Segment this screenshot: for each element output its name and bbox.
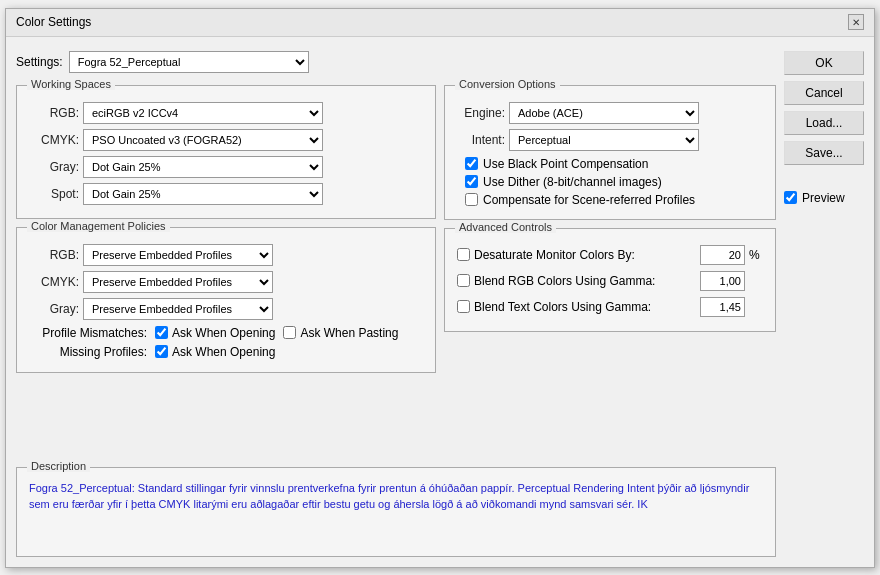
scene-row: Compensate for Scene-referred Profiles: [465, 193, 763, 207]
ask-opening-check: Ask When Opening: [155, 326, 275, 340]
desaturate-checkbox[interactable]: [457, 248, 470, 261]
conversion-title: Conversion Options: [455, 78, 560, 90]
color-mgmt-panel: Color Management Policies RGB: Preserve …: [16, 227, 436, 373]
cm-rgb-label: RGB:: [29, 248, 79, 262]
blend-rgb-checkbox[interactable]: [457, 274, 470, 287]
blend-rgb-input[interactable]: [700, 271, 745, 291]
dither-row: Use Dither (8-bit/channel images): [465, 175, 763, 189]
right-panels: Conversion Options Engine: Adobe (ACE) I…: [444, 85, 776, 459]
working-spaces-title: Working Spaces: [27, 78, 115, 90]
desaturate-label: Desaturate Monitor Colors By:: [474, 248, 696, 262]
ws-cmyk-row: CMYK: PSO Uncoated v3 (FOGRA52): [29, 129, 423, 151]
left-panels: Working Spaces RGB: eciRGB v2 ICCv4 CMYK…: [16, 85, 436, 459]
ws-gray-row: Gray: Dot Gain 25%: [29, 156, 423, 178]
conversion-panel: Conversion Options Engine: Adobe (ACE) I…: [444, 85, 776, 220]
cm-rgb-row: RGB: Preserve Embedded Profiles: [29, 244, 423, 266]
ws-spot-select[interactable]: Dot Gain 25%: [83, 183, 323, 205]
ws-gray-label: Gray:: [29, 160, 79, 174]
profile-mismatch-label: Profile Mismatches:: [29, 326, 147, 340]
desaturate-unit: %: [749, 248, 763, 262]
save-button[interactable]: Save...: [784, 141, 864, 165]
middle-section: Working Spaces RGB: eciRGB v2 ICCv4 CMYK…: [16, 85, 776, 459]
missing-profiles-row: Missing Profiles: Ask When Opening: [29, 345, 423, 359]
cm-cmyk-select[interactable]: Preserve Embedded Profiles: [83, 271, 273, 293]
desaturate-row: Desaturate Monitor Colors By: %: [457, 245, 763, 265]
description-panel: Description Fogra 52_Perceptual: Standar…: [16, 467, 776, 557]
blend-text-checkbox[interactable]: [457, 300, 470, 313]
ws-gray-select[interactable]: Dot Gain 25%: [83, 156, 323, 178]
color-settings-dialog: Color Settings ✕ Settings: Fogra 52_Perc…: [5, 8, 875, 568]
missing-profiles-label: Missing Profiles:: [29, 345, 147, 359]
missing-ask-opening-label: Ask When Opening: [172, 345, 275, 359]
preview-checkbox[interactable]: [784, 191, 797, 204]
dither-checkbox[interactable]: [465, 175, 478, 188]
mismatches-section: Profile Mismatches: Ask When Opening Ask…: [29, 326, 423, 359]
black-point-row: Use Black Point Compensation: [465, 157, 763, 171]
cm-cmyk-label: CMYK:: [29, 275, 79, 289]
preview-label: Preview: [802, 191, 845, 205]
scene-label: Compensate for Scene-referred Profiles: [483, 193, 695, 207]
blend-rgb-label: Blend RGB Colors Using Gamma:: [474, 274, 696, 288]
ask-opening-label: Ask When Opening: [172, 326, 275, 340]
ws-spot-row: Spot: Dot Gain 25%: [29, 183, 423, 205]
ask-pasting-label: Ask When Pasting: [300, 326, 398, 340]
blend-rgb-row: Blend RGB Colors Using Gamma:: [457, 271, 763, 291]
ask-pasting-checkbox[interactable]: [283, 326, 296, 339]
profile-mismatch-row: Profile Mismatches: Ask When Opening Ask…: [29, 326, 423, 340]
ws-rgb-select[interactable]: eciRGB v2 ICCv4: [83, 102, 323, 124]
button-panel: OK Cancel Load... Save... Preview: [784, 47, 864, 557]
working-spaces-panel: Working Spaces RGB: eciRGB v2 ICCv4 CMYK…: [16, 85, 436, 219]
intent-label: Intent:: [457, 133, 505, 147]
dialog-body: Settings: Fogra 52_Perceptual Working Sp…: [6, 37, 874, 567]
main-content: Settings: Fogra 52_Perceptual Working Sp…: [16, 47, 776, 557]
description-title: Description: [27, 460, 90, 472]
blend-text-label: Blend Text Colors Using Gamma:: [474, 300, 696, 314]
title-bar: Color Settings ✕: [6, 9, 874, 37]
settings-label: Settings:: [16, 55, 63, 69]
engine-label: Engine:: [457, 106, 505, 120]
intent-select[interactable]: Perceptual: [509, 129, 699, 151]
settings-row: Settings: Fogra 52_Perceptual: [16, 47, 776, 77]
ws-spot-label: Spot:: [29, 187, 79, 201]
blend-text-input[interactable]: [700, 297, 745, 317]
engine-row: Engine: Adobe (ACE): [457, 102, 763, 124]
engine-select[interactable]: Adobe (ACE): [509, 102, 699, 124]
ask-opening-checkbox[interactable]: [155, 326, 168, 339]
ws-rgb-label: RGB:: [29, 106, 79, 120]
close-button[interactable]: ✕: [848, 14, 864, 30]
cm-gray-select[interactable]: Preserve Embedded Profiles: [83, 298, 273, 320]
cancel-button[interactable]: Cancel: [784, 81, 864, 105]
ws-rgb-row: RGB: eciRGB v2 ICCv4: [29, 102, 423, 124]
missing-ask-opening-check: Ask When Opening: [155, 345, 275, 359]
black-point-label: Use Black Point Compensation: [483, 157, 648, 171]
intent-row: Intent: Perceptual: [457, 129, 763, 151]
color-mgmt-title: Color Management Policies: [27, 220, 170, 232]
preview-row: Preview: [784, 191, 864, 205]
ws-cmyk-label: CMYK:: [29, 133, 79, 147]
advanced-title: Advanced Controls: [455, 221, 556, 233]
ws-cmyk-select[interactable]: PSO Uncoated v3 (FOGRA52): [83, 129, 323, 151]
dialog-title: Color Settings: [16, 15, 91, 29]
cm-rgb-select[interactable]: Preserve Embedded Profiles: [83, 244, 273, 266]
ask-pasting-check: Ask When Pasting: [283, 326, 398, 340]
description-text: Fogra 52_Perceptual: Standard stillingar…: [29, 480, 763, 513]
blend-text-row: Blend Text Colors Using Gamma:: [457, 297, 763, 317]
desaturate-input[interactable]: [700, 245, 745, 265]
settings-select[interactable]: Fogra 52_Perceptual: [69, 51, 309, 73]
load-button[interactable]: Load...: [784, 111, 864, 135]
scene-checkbox[interactable]: [465, 193, 478, 206]
black-point-checkbox[interactable]: [465, 157, 478, 170]
ok-button[interactable]: OK: [784, 51, 864, 75]
cm-gray-row: Gray: Preserve Embedded Profiles: [29, 298, 423, 320]
advanced-panel: Advanced Controls Desaturate Monitor Col…: [444, 228, 776, 332]
cm-cmyk-row: CMYK: Preserve Embedded Profiles: [29, 271, 423, 293]
missing-ask-opening-checkbox[interactable]: [155, 345, 168, 358]
dither-label: Use Dither (8-bit/channel images): [483, 175, 662, 189]
cm-gray-label: Gray:: [29, 302, 79, 316]
